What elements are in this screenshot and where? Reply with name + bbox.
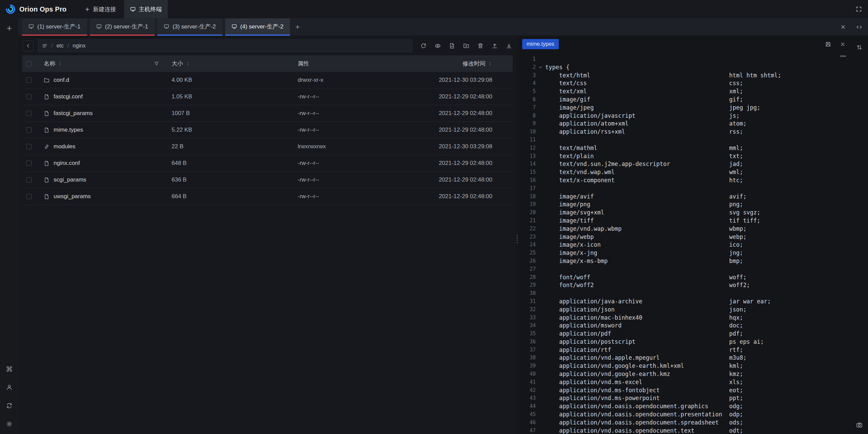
code-text: text/x-component htc; [545,176,743,185]
file-row[interactable]: nginx.conf648 B-rw-r--r--2021-12-29 02:4… [22,155,513,172]
file-row[interactable]: conf.d4.00 KBdrwxr-xr-x2021-12-30 03:29:… [22,72,513,89]
file-mtime: 2021-12-29 02:48:00 [414,193,513,200]
code-text: application/vnd.ms-powerpoint ppt; [545,394,743,402]
code-text: image/tiff tif tiff; [545,217,761,225]
file-icon [44,177,50,183]
host-terminal-nav-item[interactable]: 主机终端 [124,0,168,18]
file-row[interactable]: uwsgi_params664 B-rw-r--r--2021-12-29 02… [22,188,513,205]
delete-button[interactable] [477,43,484,49]
file-row[interactable]: scgi_params636 B-rw-r--r--2021-12-29 02:… [22,172,513,188]
back-button[interactable] [23,40,34,51]
editor-file-tab[interactable]: mime.types [522,39,559,49]
sort-icon[interactable] [185,61,190,66]
screenshot-button[interactable] [856,422,863,428]
code-line: 43 application/vnd.ms-powerpoint ppt; [519,394,850,402]
add-tab-button[interactable] [290,18,305,36]
close-all-button[interactable] [840,24,846,30]
code-text: image/avif avif; [545,193,747,201]
file-icon [44,111,50,116]
code-line: 32 application/json json; [519,306,850,314]
refresh-button[interactable] [420,43,427,49]
code-text: application/rtf rtf; [545,346,743,354]
column-header-mtime[interactable]: 修改时间 [414,60,513,68]
code-text: text/vnd.wap.wml wml; [545,168,743,176]
code-text: application/vnd.oasis.opendocument.sprea… [545,419,743,427]
session-tab[interactable]: (4) server-生产-2 [225,18,290,36]
fullscreen-button[interactable] [856,6,862,12]
select-all-checkbox[interactable] [26,61,32,67]
breadcrumb-item-etc[interactable]: etc [56,43,63,49]
save-button[interactable] [825,41,831,47]
line-number: 18 [519,193,536,201]
new-folder-button[interactable] [463,43,469,49]
file-row[interactable]: fastcgi.conf1.05 KB-rw-r--r--2021-12-29 … [22,89,513,105]
host-terminal-label: 主机终端 [139,5,162,13]
file-size: 22 B [162,143,288,150]
code-line: 15 text/vnd.wap.wml wml; [519,168,850,176]
session-tab[interactable]: (2) server-生产-1 [90,18,155,36]
code-line: 23 image/webp webp; [519,233,850,241]
line-number: 43 [519,394,536,402]
sort-icon[interactable] [58,61,62,66]
panel-resize-handle[interactable] [516,36,519,434]
line-number: 22 [519,225,536,233]
directory-list-icon[interactable] [42,43,47,49]
monitor-icon [130,6,136,12]
file-attr: -rw-r--r-- [288,160,414,167]
code-line: 45 application/vnd.oasis.opendocument.pr… [519,411,850,419]
fold-toggle[interactable] [536,63,545,72]
column-header-name[interactable]: 名称 [35,60,162,68]
line-number: 32 [519,306,536,314]
line-number: 46 [519,419,536,427]
row-checkbox[interactable] [26,94,32,99]
editor-scrollbar-thumb[interactable] [840,55,846,57]
row-checkbox[interactable] [26,144,32,149]
session-tab-label: (2) server-生产-1 [105,23,149,31]
sort-switch-button[interactable] [856,44,863,51]
code-line: 28 font/woff woff; [519,273,850,282]
swap-sort-icon [856,44,863,51]
row-checkbox[interactable] [26,111,32,116]
new-file-button[interactable] [449,43,455,49]
commands-button[interactable] [6,366,13,372]
file-row[interactable]: fastcgi_params1007 B-rw-r--r--2021-12-29… [22,105,513,122]
code-line: 10 application/rss+xml rss; [519,128,850,136]
breadcrumb-item-nginx[interactable]: nginx [73,43,85,49]
sidebar-add-button[interactable] [6,25,13,32]
line-number: 42 [519,386,536,395]
row-checkbox[interactable] [26,77,32,83]
upload-button[interactable] [492,43,498,49]
download-button[interactable] [506,43,512,49]
column-header-size[interactable]: 大小 [162,60,288,68]
filter-icon[interactable] [154,61,159,66]
code-text: application/postscript ps eps ai; [545,338,764,346]
file-row[interactable]: modules22 Blrwxrwxrwx2021-12-30 03:29:08 [22,138,513,155]
line-number: 35 [519,330,536,338]
row-checkbox[interactable] [26,161,32,166]
monitor-icon [164,24,169,29]
settings-button[interactable] [6,421,13,427]
monitor-icon [232,24,237,29]
code-view-button[interactable] [856,24,862,30]
file-manager-panel: / etc / nginx [18,36,516,434]
code-line: 37 application/rtf rtf; [519,346,850,354]
code-line: 46 application/vnd.oasis.opendocument.sp… [519,419,850,427]
preview-button[interactable] [435,43,441,49]
row-checkbox[interactable] [26,127,32,133]
editor-close-button[interactable] [840,41,846,47]
row-checkbox[interactable] [26,177,32,183]
file-row[interactable]: mime.types5.22 KB-rw-r--r--2021-12-29 02… [22,122,513,138]
new-connection-button[interactable]: 新建连接 [79,0,122,18]
code-text: application/java-archive jar war ear; [545,298,771,306]
row-checkbox[interactable] [26,194,32,199]
column-header-attr: 属性 [288,60,414,68]
plus-icon [6,25,13,32]
sort-icon[interactable] [488,61,492,66]
line-number: 17 [519,185,536,193]
session-tab[interactable]: (1) server-生产-1 [22,18,87,36]
sync-button[interactable] [6,402,13,409]
line-number: 21 [519,217,536,225]
user-button[interactable] [6,384,13,391]
session-tab[interactable]: (3) server-生产-2 [157,18,222,36]
line-number: 12 [519,144,536,152]
